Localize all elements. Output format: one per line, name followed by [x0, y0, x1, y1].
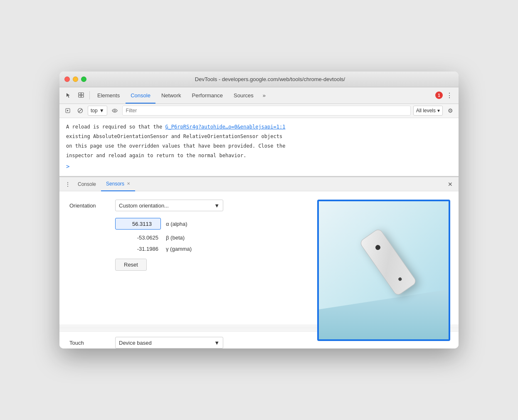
error-badge[interactable]: 1	[435, 91, 443, 99]
panel-close-button[interactable]: ✕	[445, 179, 455, 189]
touch-dropdown-arrow: ▼	[214, 340, 220, 346]
context-value: top	[91, 108, 98, 114]
context-selector[interactable]: top ▼	[88, 106, 107, 116]
beta-label: β (beta)	[166, 235, 185, 241]
svg-rect-1	[81, 93, 84, 95]
sensors-tab-close[interactable]: ✕	[127, 181, 130, 186]
tab-console-bottom[interactable]: Console	[73, 177, 101, 191]
cursor-icon[interactable]	[63, 89, 74, 101]
console-prompt: >	[66, 162, 452, 171]
context-dropdown-arrow: ▼	[99, 108, 104, 114]
levels-value: All levels	[416, 108, 436, 114]
orientation-visualization	[317, 200, 450, 341]
toolbar-separator	[89, 91, 90, 99]
sensors-panel: Orientation Custom orientation... ▼ α (a…	[59, 191, 459, 324]
svg-line-6	[79, 109, 82, 112]
console-link[interactable]: G_P6rpRSr4g?autohide…o=0&enablejsapi=1:1	[165, 124, 285, 130]
more-panels-button[interactable]: ⋮	[63, 179, 73, 189]
traffic-lights	[64, 77, 86, 82]
console-message-4: inspector and reload again to return to …	[66, 152, 452, 160]
filter-input[interactable]	[122, 106, 411, 116]
tab-sources[interactable]: Sources	[229, 87, 259, 104]
settings-gear-button[interactable]: ⚙	[445, 106, 455, 116]
phone-3d-model	[359, 228, 417, 296]
devtools-menu-icon[interactable]: ⋮	[444, 89, 455, 101]
floor-plane	[319, 289, 449, 339]
tab-elements[interactable]: Elements	[92, 87, 125, 104]
console-toolbar: top ▼ All levels ▾ ⚙	[59, 104, 459, 118]
alpha-label: α (alpha)	[166, 221, 187, 227]
svg-rect-3	[81, 95, 84, 97]
console-output: A reload is required so that the G_P6rpR…	[59, 118, 459, 176]
beta-value: -53.0625	[115, 235, 161, 241]
orientation-dropdown-arrow: ▼	[214, 203, 220, 209]
touch-dropdown[interactable]: Device based ▼	[115, 337, 223, 348]
phone-viz-inner	[319, 201, 449, 339]
devtools-window: DevTools - developers.google.com/web/too…	[59, 72, 459, 348]
svg-rect-2	[79, 95, 81, 97]
title-bar: DevTools - developers.google.com/web/too…	[59, 72, 459, 87]
levels-arrow: ▾	[437, 108, 440, 114]
block-button[interactable]	[75, 106, 85, 116]
orientation-value: Custom orientation...	[119, 203, 169, 209]
svg-point-7	[114, 110, 116, 111]
console-message-2: existing AbsoluteOrientationSensor and R…	[66, 133, 452, 141]
tab-console[interactable]: Console	[126, 87, 155, 104]
console-message-1: A reload is required so that the G_P6rpR…	[66, 123, 452, 131]
close-traffic-light[interactable]	[64, 77, 70, 82]
error-count: 1	[435, 91, 443, 99]
inspect-icon[interactable]	[75, 89, 87, 101]
console-message-3: on this page use the overridden values t…	[66, 142, 452, 150]
sensors-tab-label: Sensors	[106, 181, 124, 187]
window-title: DevTools - developers.google.com/web/too…	[86, 76, 454, 82]
maximize-traffic-light[interactable]	[81, 77, 86, 82]
run-script-button[interactable]	[63, 106, 73, 116]
eye-button[interactable]	[110, 106, 120, 116]
gamma-value: -31.1986	[115, 246, 161, 252]
bottom-panel: ⋮ Console Sensors ✕ ✕ Orientation Custom…	[59, 176, 459, 348]
tab-performance[interactable]: Performance	[187, 87, 228, 104]
tab-network[interactable]: Network	[156, 87, 186, 104]
orientation-label: Orientation	[69, 203, 115, 209]
levels-selector[interactable]: All levels ▾	[413, 106, 443, 116]
console-tab-label: Console	[78, 181, 96, 187]
svg-rect-0	[79, 93, 81, 95]
touch-label: Touch	[69, 340, 115, 346]
reset-button[interactable]: Reset	[115, 259, 147, 271]
bottom-tab-bar: ⋮ Console Sensors ✕ ✕	[59, 177, 459, 191]
orientation-dropdown[interactable]: Custom orientation... ▼	[115, 200, 223, 211]
gamma-label: γ (gamma)	[166, 246, 192, 252]
tab-sensors[interactable]: Sensors ✕	[101, 177, 135, 191]
minimize-traffic-light[interactable]	[73, 77, 78, 82]
devtools-toolbar: Elements Console Network Performance Sou…	[59, 87, 459, 104]
alpha-input[interactable]	[115, 218, 161, 230]
touch-value: Device based	[119, 340, 152, 346]
more-tabs-button[interactable]: »	[259, 87, 269, 104]
